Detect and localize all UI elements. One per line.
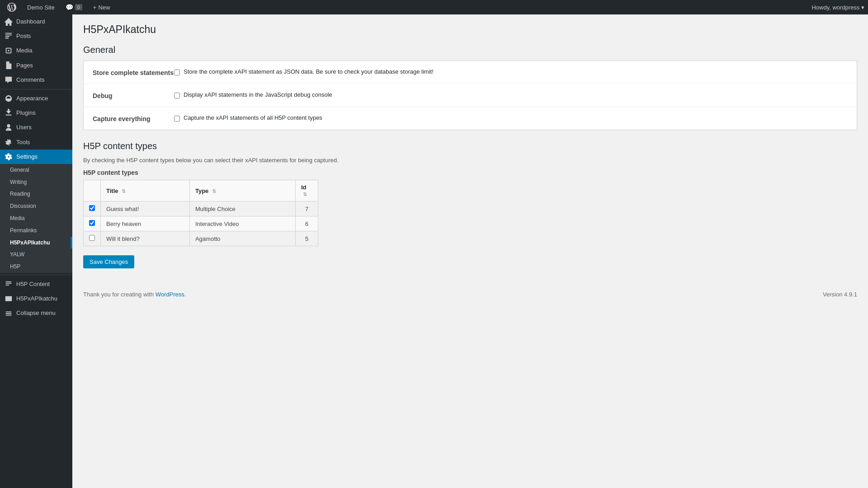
submenu-general-label: General: [10, 166, 29, 174]
page-title: H5PxAPIkatchu: [83, 23, 857, 36]
table-header-title[interactable]: Title ⇅: [101, 180, 190, 202]
h5p-section-title: H5P content types: [83, 141, 857, 151]
sidebar-item-comments[interactable]: Comments: [0, 73, 72, 87]
sidebar-label-pages: Pages: [16, 61, 33, 70]
save-changes-button[interactable]: Save Changes: [83, 255, 134, 268]
adminbar-wp-icon[interactable]: [4, 3, 20, 12]
sidebar-label-settings: Settings: [16, 153, 38, 161]
table-row: Will it blend? Agamotto 5: [84, 231, 318, 246]
sidebar-item-collapse-menu[interactable]: Collapse menu: [0, 306, 72, 320]
submenu-general[interactable]: General: [0, 164, 72, 176]
submenu-yalw[interactable]: YALW: [0, 249, 72, 261]
settings-row-debug: Debug Display xAPI statements in the Jav…: [84, 84, 857, 107]
sidebar-item-h5p-content[interactable]: H5P Content: [0, 277, 72, 291]
table-cell-title-1: Guess what!: [101, 202, 190, 216]
sidebar-item-posts[interactable]: Posts: [0, 29, 72, 43]
sort-icon-type: ⇅: [212, 188, 216, 194]
sidebar-item-tools[interactable]: Tools: [0, 135, 72, 150]
submenu-h5p[interactable]: H5P: [0, 261, 72, 273]
settings-control-debug: Display xAPI statements in the JavaScrip…: [174, 91, 848, 99]
sidebar-item-plugins[interactable]: Plugins: [0, 106, 72, 120]
submenu-discussion[interactable]: Discussion: [0, 200, 72, 212]
settings-row-store-complete: Store complete statements Store the comp…: [84, 61, 857, 84]
sidebar-label-dashboard: Dashboard: [16, 18, 45, 26]
table-cell-title-3: Will it blend?: [101, 231, 190, 246]
sort-icon-title: ⇅: [122, 188, 126, 194]
table-cell-check-1: [84, 202, 101, 216]
settings-desc-store-complete: Store the complete xAPI statement as JSO…: [184, 68, 434, 75]
settings-control-store-complete: Store the complete xAPI statement as JSO…: [174, 68, 848, 75]
checkbox-capture-everything[interactable]: [174, 116, 180, 122]
table-cell-type-2: Interactive Video: [189, 216, 295, 231]
settings-label-store-complete: Store complete statements: [93, 68, 174, 76]
checkbox-debug[interactable]: [174, 93, 180, 99]
table-cell-id-3: 5: [296, 231, 318, 246]
table-header-type[interactable]: Type ⇅: [189, 180, 295, 202]
submenu-media[interactable]: Media: [0, 212, 72, 225]
admin-bar: Demo Site 💬 0 + New Howdy, wordpress ▾: [0, 0, 868, 14]
table-row: Berry heaven Interactive Video 6: [84, 216, 318, 231]
table-cell-title-2: Berry heaven: [101, 216, 190, 231]
submenu-permalinks[interactable]: Permalinks: [0, 225, 72, 237]
sidebar-label-plugins: Plugins: [16, 109, 36, 117]
checkbox-store-complete[interactable]: [174, 70, 180, 75]
sidebar-label-tools: Tools: [16, 138, 30, 146]
footer-credit: Thank you for creating with WordPress.: [83, 291, 186, 298]
settings-row-capture-everything: Capture everything Capture the xAPI stat…: [84, 107, 857, 130]
sidebar-label-users: Users: [16, 123, 32, 131]
checkbox-row-1[interactable]: [89, 205, 95, 211]
submenu-writing[interactable]: Writing: [0, 176, 72, 188]
sidebar-label-h5pxapikatchu-bottom: H5PxAPIkatchu: [16, 295, 57, 303]
general-section-title: General: [83, 45, 857, 55]
svg-rect-0: [5, 296, 12, 301]
submenu-discussion-label: Discussion: [10, 202, 36, 210]
table-cell-check-3: [84, 231, 101, 246]
submenu-media-label: Media: [10, 215, 25, 222]
sidebar-item-users[interactable]: Users: [0, 120, 72, 135]
sidebar-label-comments: Comments: [16, 76, 45, 84]
adminbar-new[interactable]: + New: [90, 4, 114, 11]
settings-control-capture-everything: Capture the xAPI statements of all H5P c…: [174, 114, 848, 122]
checkbox-row-2[interactable]: [89, 220, 95, 226]
sidebar-item-dashboard[interactable]: Dashboard: [0, 14, 72, 29]
submenu-permalinks-label: Permalinks: [10, 227, 37, 235]
sidebar-label-h5p-content: H5P Content: [16, 280, 50, 288]
submenu-h5pxapikatchu-label: H5PxAPIkatchu: [10, 239, 50, 247]
adminbar-comments[interactable]: 💬 0: [62, 4, 86, 11]
footer: Thank you for creating with WordPress. V…: [83, 286, 857, 302]
table-cell-type-3: Agamotto: [189, 231, 295, 246]
sidebar: Dashboard Posts Media Pages Comments App…: [0, 14, 72, 488]
footer-version: Version 4.9.1: [823, 291, 857, 298]
adminbar-site-name[interactable]: Demo Site: [24, 4, 58, 11]
h5p-table-label: H5P content types: [83, 169, 857, 176]
table-cell-id-1: 7: [296, 202, 318, 216]
sidebar-item-pages[interactable]: Pages: [0, 58, 72, 73]
settings-label-debug: Debug: [93, 91, 174, 99]
table-header-id[interactable]: Id ⇅: [296, 180, 318, 202]
table-cell-type-1: Multiple Choice: [189, 202, 295, 216]
sidebar-item-settings[interactable]: Settings: [0, 150, 72, 164]
settings-submenu: General Writing Reading Discussion Media…: [0, 164, 72, 273]
settings-label-capture-everything: Capture everything: [93, 114, 174, 122]
sidebar-label-posts: Posts: [16, 32, 31, 40]
table-cell-id-2: 6: [296, 216, 318, 231]
sidebar-item-media[interactable]: Media: [0, 43, 72, 58]
adminbar-howdy: Howdy, wordpress ▾: [811, 4, 864, 11]
wordpress-link[interactable]: WordPress: [156, 291, 184, 298]
submenu-yalw-label: YALW: [10, 251, 24, 258]
main-content: H5PxAPIkatchu General Store complete sta…: [72, 14, 868, 488]
checkbox-row-3[interactable]: [89, 235, 95, 241]
sidebar-item-appearance[interactable]: Appearance: [0, 91, 72, 106]
table-header-check: [84, 180, 101, 202]
sidebar-item-h5pxapikatchu-bottom[interactable]: H5PxAPIkatchu: [0, 291, 72, 306]
settings-desc-debug: Display xAPI statements in the JavaScrip…: [184, 91, 332, 98]
settings-form: Store complete statements Store the comp…: [83, 61, 857, 130]
submenu-reading[interactable]: Reading: [0, 188, 72, 200]
sidebar-label-media: Media: [16, 47, 32, 55]
sidebar-label-appearance: Appearance: [16, 94, 48, 103]
submenu-h5pxapikatchu[interactable]: H5PxAPIkatchu: [0, 237, 72, 249]
sort-icon-id: ⇅: [303, 192, 307, 197]
submenu-writing-label: Writing: [10, 178, 27, 186]
table-row: Guess what! Multiple Choice 7: [84, 202, 318, 216]
settings-desc-capture-everything: Capture the xAPI statements of all H5P c…: [184, 114, 322, 121]
